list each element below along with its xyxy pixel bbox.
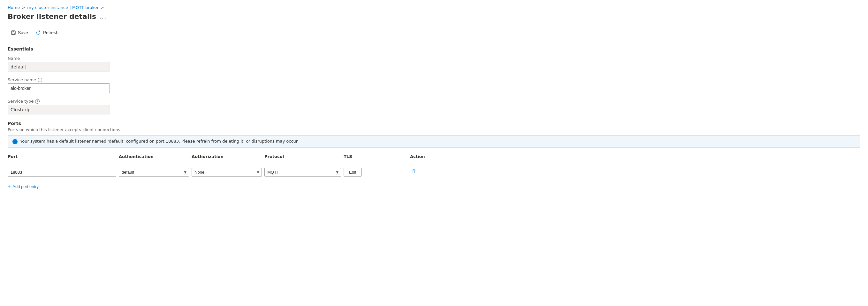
svg-rect-2 — [12, 33, 15, 34]
page-title-row: Broker listener details ... — [8, 12, 860, 21]
toolbar: Save Refresh — [8, 26, 860, 40]
breadcrumb-home[interactable]: Home — [8, 5, 20, 10]
save-icon — [11, 30, 16, 35]
name-label: Name — [8, 56, 860, 61]
protocol-dropdown[interactable]: MQTT MQTTS — [265, 168, 341, 176]
name-value: default — [8, 62, 110, 72]
service-name-info-icon: i — [38, 78, 42, 82]
tls-edit-button[interactable]: Edit — [344, 168, 362, 176]
col-tls: TLS — [344, 153, 407, 160]
save-label: Save — [18, 30, 28, 35]
essentials-section-title: Essentials — [8, 46, 860, 52]
col-authorization: Authorization — [192, 153, 262, 160]
table-row: default none ▼ None default ▼ MQTT MQTTS… — [8, 166, 860, 178]
save-button[interactable]: Save — [8, 28, 31, 37]
info-banner-icon: i — [12, 139, 18, 144]
ports-table: Port Authentication Authorization Protoc… — [8, 153, 860, 178]
service-type-label: Service type i — [8, 99, 860, 104]
col-port: Port — [8, 153, 116, 160]
ports-section: Ports Ports on which this listener accep… — [8, 121, 860, 192]
delete-row-button[interactable] — [410, 168, 418, 176]
delete-icon — [411, 169, 416, 174]
essentials-section: Essentials Name default Service name i S… — [8, 46, 860, 114]
name-field-group: Name default — [8, 56, 860, 72]
col-action: Action — [410, 153, 860, 160]
breadcrumb: Home > my-cluster-instance | MQTT broker… — [8, 5, 860, 10]
tls-cell: Edit — [344, 168, 407, 176]
refresh-label: Refresh — [43, 30, 58, 35]
refresh-icon — [36, 30, 41, 35]
info-banner: i Your system has a default listener nam… — [8, 135, 860, 148]
page-title: Broker listener details — [8, 12, 96, 21]
action-cell — [410, 168, 860, 176]
service-name-label: Service name i — [8, 77, 860, 82]
add-port-button[interactable]: + Add port entry — [8, 181, 39, 192]
port-input-cell — [8, 168, 116, 176]
refresh-button[interactable]: Refresh — [33, 28, 62, 37]
ports-section-title: Ports — [8, 121, 860, 126]
service-name-field-group: Service name i — [8, 77, 860, 93]
more-options-icon[interactable]: ... — [99, 13, 107, 20]
breadcrumb-sep1: > — [22, 5, 25, 10]
add-port-plus-icon: + — [8, 184, 10, 189]
authorization-dropdown-wrapper: None default ▼ — [192, 168, 262, 176]
breadcrumb-sep2: > — [101, 5, 104, 10]
col-authentication: Authentication — [119, 153, 189, 160]
ports-subtitle: Ports on which this listener accepts cli… — [8, 127, 860, 132]
breadcrumb-cluster[interactable]: my-cluster-instance | MQTT broker — [27, 5, 99, 10]
add-port-label: Add port entry — [12, 184, 39, 189]
port-input[interactable] — [8, 168, 116, 176]
svg-rect-1 — [12, 31, 14, 32]
service-type-value: ClusterIp — [8, 105, 110, 114]
service-type-field-group: Service type i ClusterIp — [8, 99, 860, 114]
service-name-input[interactable] — [8, 83, 110, 93]
ports-table-header: Port Authentication Authorization Protoc… — [8, 153, 860, 163]
info-banner-text: Your system has a default listener named… — [20, 139, 299, 144]
service-type-info-icon: i — [35, 99, 40, 104]
col-protocol: Protocol — [265, 153, 341, 160]
authentication-dropdown[interactable]: default none — [119, 168, 189, 176]
authorization-dropdown[interactable]: None default — [192, 168, 262, 176]
protocol-dropdown-wrapper: MQTT MQTTS ▼ — [265, 168, 341, 176]
authentication-dropdown-wrapper: default none ▼ — [119, 168, 189, 176]
